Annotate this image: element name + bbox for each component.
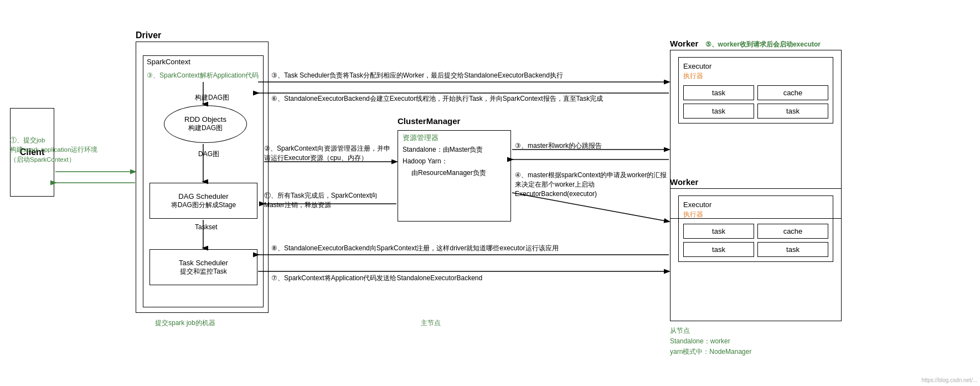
cluster-manager-box: 资源管理器 Standalone：由Master负责 Hadoop Yarn： … bbox=[398, 130, 511, 222]
diagram-container: { "title": "Spark Architecture Diagram",… bbox=[0, 0, 980, 386]
cluster-manager-subtitle: 资源管理器 bbox=[398, 131, 510, 144]
worker2-task2: task bbox=[683, 242, 754, 257]
worker-bottom-label2: Standalone：worker bbox=[670, 336, 751, 347]
worker1-task1: task bbox=[683, 85, 754, 100]
worker-bottom-label1: 从节点 bbox=[670, 326, 751, 336]
worker1-task3: task bbox=[757, 104, 828, 119]
sparkcontext-label: SparkContext bbox=[147, 58, 190, 66]
dag-scheduler-label2: 将DAG图分解成Stage bbox=[171, 200, 236, 210]
worker2-cache: cache bbox=[757, 224, 828, 239]
worker1-executor-box: Executor 执行器 task cache task task bbox=[678, 57, 833, 123]
dag-label: DAG图 bbox=[198, 150, 219, 159]
arrow-label-heartbeat: ③、master和work的心跳报告 bbox=[515, 141, 602, 151]
worker1-executor-grid: task cache task task bbox=[683, 85, 828, 119]
cluster-manager-title: ClusterManager bbox=[398, 116, 460, 126]
arrow-label-executor-register: ⑧、StandaloneExecutorBackend向SparkContext… bbox=[271, 244, 559, 253]
worker1-task2: task bbox=[683, 104, 754, 119]
worker1-title: Worker ⑤、worker收到请求后会启动executor bbox=[670, 39, 821, 49]
worker1-executor-sublabel: 执行器 bbox=[683, 71, 828, 81]
worker2-executor-box: Executor 执行器 task cache task task bbox=[678, 195, 833, 262]
arrow-label-launch-executor: ④、master根据sparkContext的申请及worker的汇报来决定在那… bbox=[515, 171, 667, 198]
driver-bottom-label: 提交spark job的机器 bbox=[155, 318, 215, 328]
task-scheduler-box: Task Scheduler 提交和监控Task bbox=[149, 249, 257, 285]
build-dag-label: 构建DAG图 bbox=[195, 93, 229, 102]
worker2-task3: task bbox=[757, 242, 828, 257]
taskset-label: Taskset bbox=[195, 223, 218, 231]
task-scheduler-label1: Task Scheduler bbox=[179, 259, 228, 267]
driver-title: Driver bbox=[136, 30, 161, 40]
worker1-title-annotation: ⑤、worker收到请求后会启动executor bbox=[705, 40, 821, 48]
cluster-yarn: Hadoop Yarn： bbox=[398, 156, 510, 167]
worker2-executor-sublabel: 执行器 bbox=[683, 210, 828, 219]
worker2-executor-grid: task cache task task bbox=[683, 224, 828, 257]
arrow-label-all-tasks-done: ⑪、所有Task完成后，SparkContext向Master注销，释放资源 bbox=[264, 191, 391, 210]
worker2-title: Worker bbox=[670, 177, 698, 187]
worker2-task1: task bbox=[683, 224, 754, 239]
cluster-bottom-label: 主节点 bbox=[421, 318, 441, 328]
worker-bottom-label3: yarn模式中：NodeManager bbox=[670, 347, 751, 357]
worker-bottom-labels: 从节点 Standalone：worker yarn模式中：NodeManage… bbox=[670, 326, 751, 358]
task-scheduler-label2: 提交和监控Task bbox=[180, 267, 227, 276]
arrow-label-executor-backend: ⑥、StandaloneExecutorBackend会建立Executor线程… bbox=[271, 94, 603, 104]
cluster-yarn2: 由ResourceManager负责 bbox=[398, 167, 510, 179]
arrow-label-sparkcontext-cluster: ②、SparkContext向资源管理器注册，并申请运行Executor资源（c… bbox=[264, 144, 394, 163]
worker2-executor-label: Executor bbox=[683, 200, 828, 209]
worker1-cache: cache bbox=[757, 85, 828, 100]
client-annotation: ①、提交job 构建spark application运行环境 （启动Spark… bbox=[10, 136, 97, 164]
sparkcontext-annotation: ③、SparkContext解析Application代码 bbox=[147, 71, 259, 80]
dag-scheduler-label1: DAG Scheduler bbox=[178, 192, 228, 200]
worker1-executor-label: Executor bbox=[683, 62, 828, 70]
dag-scheduler-box: DAG Scheduler 将DAG图分解成Stage bbox=[149, 183, 257, 219]
rdd-oval: RDD Objects 构建DAG图 bbox=[164, 105, 247, 143]
arrow-label-task-scheduler: ③、Task Scheduler负责将Task分配到相应的Worker，最后提交… bbox=[271, 71, 563, 80]
arrow-label-code-send: ⑦、SparkContext将Application代码发送给Standalon… bbox=[271, 274, 482, 283]
cluster-standalone: Standalone：由Master负责 bbox=[398, 144, 510, 156]
watermark: https://blog.csdn.net/... bbox=[921, 377, 977, 383]
worker2-outer-box: Executor 执行器 task cache task task bbox=[670, 188, 842, 321]
